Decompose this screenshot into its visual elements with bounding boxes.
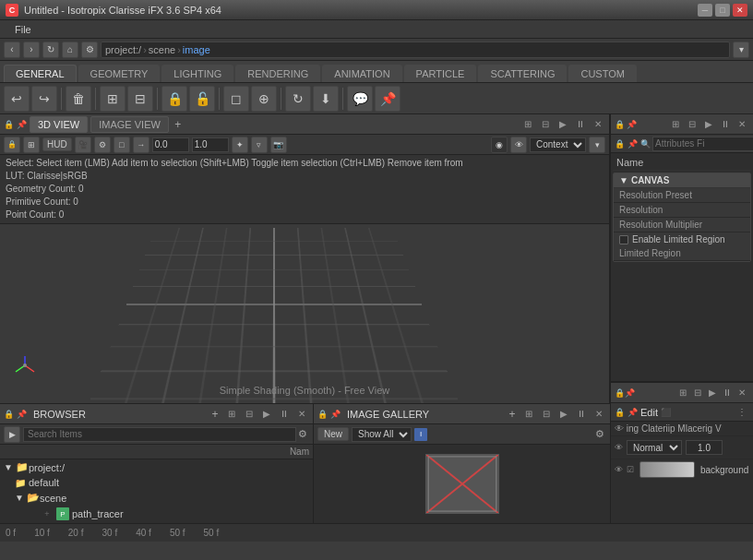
viewport-grid [78,229,470,403]
rb-grid-icon[interactable]: ⊞ [675,386,690,400]
lock-button[interactable]: 🔒 [161,86,187,112]
browser-search-input[interactable] [23,427,296,442]
tab-lighting[interactable]: LIGHTING [161,65,233,82]
tab-scattering[interactable]: SCATTERING [478,65,567,82]
browser-grid-icon[interactable]: ⊞ [224,407,239,422]
view-cam2[interactable]: 📷 [270,137,287,153]
3d-viewport[interactable]: Simple Shading (Smooth) - Free View [0,224,609,403]
tab-particle[interactable]: PARTICLE [404,65,477,82]
nav-settings[interactable]: ⚙ [81,42,98,58]
layout-button[interactable]: ⊟ [127,86,153,112]
attr-grid-icon[interactable]: ⊞ [668,117,683,132]
redo-button[interactable]: ↪ [31,86,57,112]
gallery-pause-icon[interactable]: ⏸ [574,407,589,422]
browser-expand-btn[interactable]: ▶ [4,426,20,443]
tree-scene[interactable]: ▼ 📂 scene [11,490,313,506]
chat-button[interactable]: 💬 [347,86,373,112]
shading-mode-dropdown[interactable]: Normal [627,440,682,455]
maximize-button[interactable]: □ [715,4,730,17]
browser-play-icon[interactable]: ▶ [259,407,274,422]
panel-split-icon[interactable]: ⊟ [538,117,553,132]
attr-split-icon[interactable]: ⊟ [685,117,699,132]
gallery-gear-icon[interactable]: ⚙ [593,428,606,441]
rb-split-icon[interactable]: ⊟ [690,386,705,400]
view-options[interactable]: ⚙ [94,137,111,153]
view-lock[interactable]: 🔒 [4,137,20,153]
unlock-button[interactable]: 🔓 [189,86,215,112]
view-cam[interactable]: 🎥 [75,137,91,153]
tab-geometry[interactable]: GEOMETRY [78,65,161,82]
cube-button[interactable]: ◻ [223,86,249,112]
tab-3d-view[interactable]: 3D VIEW [30,116,88,133]
nav-back[interactable]: ‹ [4,42,20,58]
tab-custom[interactable]: CUSTOM [568,65,636,82]
grid-button[interactable]: ⊞ [100,86,126,112]
hud-button[interactable]: HUD [42,137,72,151]
tab-rendering[interactable]: RENDERING [235,65,320,82]
close-button[interactable]: ✕ [733,4,747,17]
tree-default[interactable]: 📁 default [11,475,313,490]
rb-close-icon[interactable]: ✕ [735,386,749,400]
nav-dropdown[interactable]: ▾ [733,42,749,58]
enable-limited-region-checkbox[interactable] [619,235,628,244]
view-expand[interactable]: ⊞ [23,137,40,153]
attr-close-icon[interactable]: ✕ [735,117,749,132]
canvas-section: ▼ CANVAS Resolution Preset Resolution Re… [613,173,751,262]
view-filter[interactable]: ▿ [251,137,268,153]
pin-button[interactable]: 📌 [375,86,400,112]
view-value1-input[interactable] [152,137,189,152]
tree-root[interactable]: ▼ 📁 project:/ [0,459,313,475]
gallery-split-icon[interactable]: ⊟ [539,407,554,422]
axis-indicator [11,351,39,381]
menu-file[interactable]: File [7,22,39,37]
gallery-content [314,445,610,523]
panel-close-icon[interactable]: ✕ [591,117,605,132]
add-browser-button[interactable]: + [209,408,221,421]
view-arrow[interactable]: → [133,137,149,153]
rotate-button[interactable]: ↻ [285,86,311,112]
minimize-button[interactable]: ─ [698,4,712,17]
panel-grid-icon[interactable]: ⊞ [520,117,535,132]
undo-button[interactable]: ↩ [4,86,30,112]
rb-more-icon[interactable]: ⋮ [735,405,749,420]
browser-gear-icon[interactable]: ⚙ [296,428,309,441]
panel-pause-icon[interactable]: ⏸ [573,117,588,132]
gallery-play-icon[interactable]: ▶ [556,407,571,422]
tree-path-tracer[interactable]: + P path_tracer [37,506,313,522]
delete-button[interactable]: 🗑 [66,86,91,112]
tree-image[interactable]: I image [37,522,313,523]
add-view-button[interactable]: + [172,118,185,131]
browser-pause-icon[interactable]: ⏸ [277,407,292,422]
view-square[interactable]: □ [114,137,130,153]
attr-search-input[interactable] [652,137,753,151]
view-select[interactable]: ✦ [232,137,248,153]
attr-play-icon[interactable]: ▶ [701,117,716,132]
gallery-close-icon[interactable]: ✕ [592,407,606,422]
panel-play-icon[interactable]: ▶ [556,117,570,132]
tab-general[interactable]: GENERAL [4,65,77,82]
bg-color-swatch[interactable] [639,461,695,478]
nav-forward[interactable]: › [23,42,40,58]
browser-split-icon[interactable]: ⊟ [242,407,257,422]
new-button[interactable]: New [317,427,349,441]
gallery-thumbnail[interactable] [425,454,499,514]
show-all-dropdown[interactable]: Show All [352,427,412,442]
view-value2-input[interactable] [192,137,229,152]
rb-play-icon[interactable]: ▶ [705,386,720,400]
add-gallery-button[interactable]: + [506,408,519,421]
transform-button[interactable]: ⊕ [251,86,277,112]
view-circle[interactable]: ◉ [491,137,508,153]
attr-pause-icon[interactable]: ⏸ [718,117,733,132]
download-button[interactable]: ⬇ [313,86,339,112]
browser-close-icon[interactable]: ✕ [294,407,309,422]
tab-image-view[interactable]: IMAGE VIEW [90,116,169,133]
gallery-grid-icon[interactable]: ⊞ [521,407,536,422]
nav-refresh[interactable]: ↻ [42,42,59,58]
view-eye[interactable]: 👁 [510,137,527,153]
rb-pause-icon[interactable]: ⏸ [720,386,735,400]
nav-home[interactable]: ⌂ [62,42,78,58]
view-dropdown-btn[interactable]: ▾ [589,137,605,153]
context-dropdown[interactable]: Context [530,137,586,152]
tab-animation[interactable]: ANIMATION [322,65,401,82]
nav-path[interactable]: project:/ › scene › image [101,42,730,58]
